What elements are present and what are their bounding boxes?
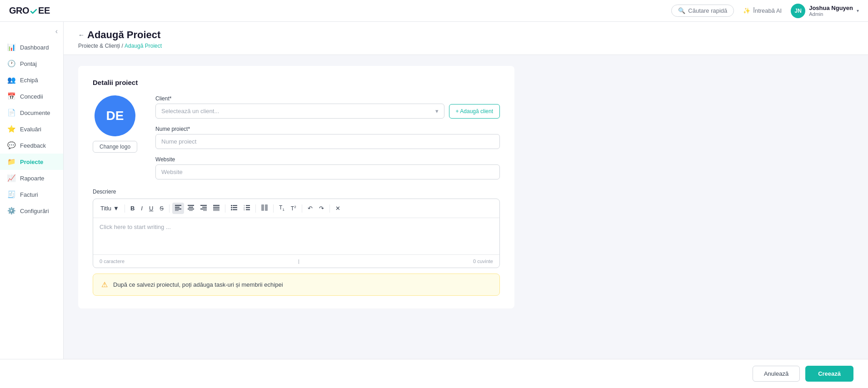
concedii-icon: 📅 [7, 92, 15, 100]
form-fields: Client* Selectează un client... ▾ + Adau… [155, 95, 500, 179]
ordered-list-button[interactable]: 1.2.3. [241, 203, 253, 214]
layout: ‹ 📊 Dashboard 🕐 Pontaj 👥 Echipă 📅 Conced… [0, 22, 868, 359]
footer-separator: | [298, 259, 299, 264]
svg-point-20 [231, 209, 232, 210]
svg-rect-28 [261, 204, 264, 211]
sidebar-item-configurari[interactable]: ⚙️ Configurări [0, 203, 63, 219]
page-header: ← Adaugă Proiect Proiecte & Clienți / Ad… [64, 22, 868, 55]
toolbar-divider-6 [302, 204, 302, 213]
change-logo-button[interactable]: Change logo [93, 141, 137, 153]
sidebar-item-evaluari[interactable]: ⭐ Evaluări [0, 121, 63, 137]
svg-text:3.: 3. [244, 209, 245, 211]
client-select[interactable]: Selectează un client... ▾ [155, 104, 444, 119]
redo-button[interactable]: ↷ [316, 203, 327, 214]
sidebar-item-label: Feedback [20, 142, 46, 149]
underline-button[interactable]: U [146, 203, 156, 214]
description-label: Descriere [93, 189, 500, 195]
rapoarte-icon: 📈 [7, 174, 15, 182]
undo-button[interactable]: ↶ [305, 203, 315, 214]
sidebar-item-documente[interactable]: 📄 Documente [0, 104, 63, 121]
documente-icon: 📄 [7, 109, 15, 117]
sidebar-item-label: Pontaj [20, 60, 37, 67]
svg-rect-9 [202, 207, 207, 208]
add-client-label: + Adaugă client [456, 108, 493, 114]
subscript-button[interactable]: T1 [276, 203, 287, 214]
justify-button[interactable] [210, 203, 222, 214]
svg-rect-11 [203, 210, 207, 211]
sidebar-item-concedii[interactable]: 📅 Concedii [0, 88, 63, 104]
toolbar-divider-2 [169, 204, 170, 213]
svg-rect-3 [175, 210, 179, 211]
sidebar-item-label: Concedii [20, 93, 43, 100]
website-input[interactable] [155, 164, 500, 179]
ai-label: Întreabă AI [753, 7, 782, 14]
client-label: Client* [155, 95, 500, 102]
sidebar-item-facturi[interactable]: 🧾 Facturi [0, 186, 63, 203]
svg-rect-0 [175, 205, 181, 206]
align-right-button[interactable] [198, 203, 210, 214]
italic-button[interactable]: I [138, 203, 145, 214]
sidebar-item-label: Documente [20, 109, 50, 116]
heading-label: Titlu [100, 205, 111, 212]
editor-footer: 0 caractere | 0 cuvinte [93, 254, 499, 268]
bold-button[interactable]: B [128, 203, 137, 214]
align-left-button[interactable] [172, 203, 184, 214]
search-button[interactable]: 🔍 Căutare rapidă [671, 5, 734, 17]
word-count: 0 cuvinte [473, 259, 493, 264]
editor-toolbar: Titlu ▼ B I U [93, 199, 499, 218]
sidebar-item-echipa[interactable]: 👥 Echipă [0, 72, 63, 88]
avatar: JN [791, 4, 805, 18]
sidebar-item-rapoarte[interactable]: 📈 Rapoarte [0, 170, 63, 186]
superscript-button[interactable]: T2 [288, 203, 299, 214]
warning-text: După ce salvezi proiectul, poți adăuga t… [113, 281, 283, 288]
search-label: Căutare rapidă [688, 7, 727, 14]
align-center-button[interactable] [185, 203, 197, 214]
breadcrumb-parent[interactable]: Proiecte & Clienți [78, 43, 120, 49]
sidebar-item-label: Evaluări [20, 126, 41, 133]
clear-formatting-button[interactable]: ✕ [333, 203, 343, 214]
client-row: Selectează un client... ▾ + Adaugă clien… [155, 104, 500, 119]
page-title: Adaugă Proiect [87, 29, 160, 41]
sidebar-item-pontaj[interactable]: 🕐 Pontaj [0, 55, 63, 72]
columns-button[interactable] [259, 203, 270, 214]
toolbar-divider-5 [273, 204, 274, 213]
back-link[interactable]: ← Adaugă Proiect [78, 29, 853, 41]
create-button[interactable]: Creează [805, 366, 853, 382]
svg-rect-13 [213, 207, 219, 208]
logo: GROEE [9, 5, 50, 16]
section-title: Detalii proiect [93, 79, 500, 86]
sidebar-collapse-button[interactable]: ‹ [55, 27, 58, 35]
toolbar-divider-7 [329, 204, 330, 213]
feedback-icon: 💬 [7, 141, 15, 149]
sidebar: ‹ 📊 Dashboard 🕐 Pontaj 👥 Echipă 📅 Conced… [0, 22, 64, 359]
svg-rect-7 [189, 210, 193, 211]
bullet-list-button[interactable] [228, 203, 240, 214]
toolbar-divider-1 [125, 204, 125, 213]
website-label: Website [155, 156, 500, 163]
project-name-input[interactable] [155, 134, 500, 149]
user-menu[interactable]: JN Joshua Nguyen Admin ▾ [791, 4, 859, 18]
main-content: ← Adaugă Proiect Proiecte & Clienți / Ad… [64, 22, 868, 359]
bottom-bar: Anulează Creează [0, 359, 868, 388]
content-area: Detalii proiect DE Change logo Client* [64, 55, 868, 319]
breadcrumb: Proiecte & Clienți / Adaugă Proiect [78, 43, 853, 55]
logo-initials: DE [106, 109, 124, 123]
name-label: Nume proiect* [155, 126, 500, 132]
pontaj-icon: 🕐 [7, 60, 15, 68]
add-client-button[interactable]: + Adaugă client [449, 104, 500, 119]
dashboard-icon: 📊 [7, 43, 15, 51]
project-logo: DE [95, 95, 135, 136]
cancel-button[interactable]: Anulează [753, 366, 800, 382]
strikethrough-button[interactable]: S [157, 203, 166, 214]
sidebar-item-feedback[interactable]: 💬 Feedback [0, 137, 63, 154]
sidebar-item-label: Echipă [20, 77, 38, 84]
form-card: Detalii proiect DE Change logo Client* [78, 66, 514, 308]
editor-body[interactable]: Click here to start writing ... [93, 218, 499, 254]
heading-button[interactable]: Titlu ▼ [98, 203, 122, 214]
sidebar-item-proiecte[interactable]: 📁 Proiecte [0, 154, 63, 170]
website-field-group: Website [155, 156, 500, 179]
toolbar-divider-3 [225, 204, 225, 213]
ai-button[interactable]: ✨ Întreabă AI [743, 7, 782, 14]
sidebar-item-label: Rapoarte [20, 175, 44, 182]
sidebar-item-dashboard[interactable]: 📊 Dashboard [0, 39, 63, 55]
